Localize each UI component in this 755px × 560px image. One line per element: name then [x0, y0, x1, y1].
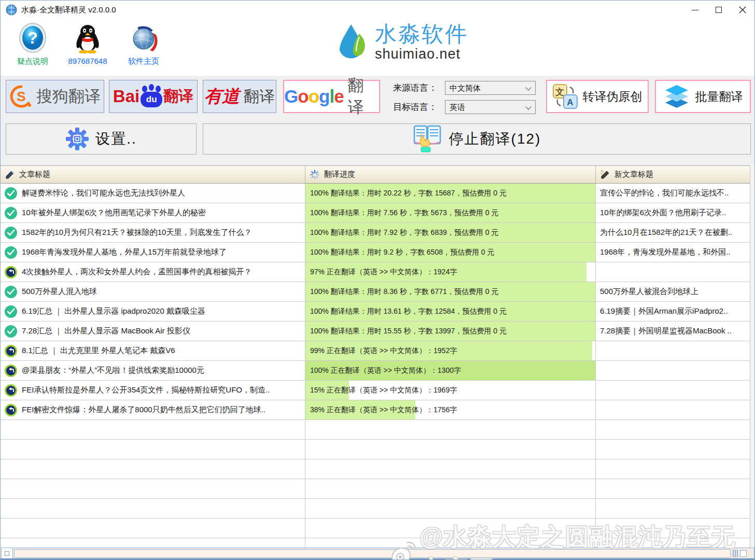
scroll-right-button[interactable]	[740, 550, 747, 557]
gear-icon	[65, 127, 89, 151]
scrollbar-thumb[interactable]	[14, 549, 731, 558]
target-language-value: 英语	[450, 103, 465, 111]
table-row[interactable]: 8.1汇总 ｜ 出尤克里里 外星人笔记本 戴森V6 99% 正在翻译（英语 >>…	[1, 341, 751, 361]
rewrite-pseudo-original-button[interactable]: 文 A 转译伪原创	[546, 80, 649, 113]
progress-text: 100% 翻译结果：用时 8.36 秒，字数 6771，预估费用 0 元	[305, 282, 498, 301]
qq-number-label: 897687648	[62, 57, 114, 65]
status-done-icon	[5, 246, 17, 259]
table-row[interactable]: @渠县朋友：“外星人”不见啦！提供线索奖励10000元 100% 正在翻译（英语…	[1, 361, 751, 381]
table-header: 文章标题 翻译进度 新文章标题	[1, 166, 751, 184]
table-row[interactable]: 500万外星人混入地球 100% 翻译结果：用时 8.36 秒，字数 6771，…	[1, 282, 751, 302]
youdao-translate-button[interactable]: 有道 翻译	[203, 80, 276, 113]
status-progress-icon	[5, 384, 17, 397]
app-window: 水淼·全文翻译精灵 v2.0.0.0 ? 疑点说明	[0, 0, 755, 560]
window-title: 水淼·全文翻译精灵 v2.0.0.0	[21, 5, 116, 15]
progress-text: 100% 正在翻译（英语 >> 中文简体）：1300字	[305, 361, 461, 380]
globe-icon	[128, 22, 159, 53]
row-title: @渠县朋友：“外星人”不见啦！提供线索奖励10000元	[22, 366, 204, 375]
column-header-title[interactable]: 文章标题	[1, 166, 305, 183]
horizontal-scrollbar[interactable]	[1, 548, 754, 559]
status-done-icon	[5, 286, 17, 298]
control-panel: S 搜狗翻译 Bai du 翻译 有道 翻译 Google 翻译 来源语言： 中…	[1, 76, 754, 165]
google-suffix: 翻译	[348, 75, 379, 118]
help-button[interactable]: ? 疑点说明	[7, 22, 59, 66]
empty-row[interactable]	[1, 440, 751, 459]
row-title: 8.1汇总 ｜ 出尤克里里 外星人笔记本 戴森V6	[22, 346, 175, 356]
close-button[interactable]	[731, 1, 754, 19]
status-done-icon	[5, 187, 17, 200]
row-title: 6.19汇总 ｜ 出外星人显示器 ipadpro2020 戴森吸尘器	[22, 306, 205, 316]
spinner-icon	[310, 170, 320, 180]
status-progress-icon	[5, 404, 17, 416]
empty-row[interactable]	[1, 519, 751, 538]
status-progress-icon	[5, 345, 17, 357]
table-row[interactable]: 6.19汇总 ｜ 出外星人显示器 ipadpro2020 戴森吸尘器 100% …	[1, 302, 751, 321]
baidu-paw-icon: du	[141, 86, 162, 107]
scrollbar-grip	[733, 550, 738, 557]
row-new-title: 500万外星人被混合到地球上	[600, 287, 698, 297]
baidu-suffix: 翻译	[163, 86, 193, 107]
title-bar: 水淼·全文翻译精灵 v2.0.0.0	[1, 1, 754, 19]
table-row[interactable]: 解谜费米悖论，我们可能永远也无法找到外星人 100% 翻译结果：用时 20.22…	[1, 184, 751, 203]
column-header-new-title[interactable]: 新文章标题	[596, 166, 751, 183]
vertical-scrollbar[interactable]	[750, 165, 754, 548]
row-title: 4次接触外星人，两次和女外星人约会，孟照国事件的真相被揭开？	[22, 267, 251, 277]
scroll-left-icon	[5, 551, 9, 556]
scroll-left-button[interactable]	[2, 548, 13, 559]
stop-translate-button[interactable]: 停止翻译(12)	[203, 123, 751, 155]
table-row[interactable]: 10年被外星人绑架6次？他用画笔记录下外星人的秘密 100% 翻译结果：用时 7…	[1, 203, 751, 223]
youdao-brand: 有道	[204, 85, 240, 108]
status-done-icon	[5, 325, 17, 338]
empty-row[interactable]	[1, 459, 751, 479]
table-row[interactable]: FEI承认特斯拉是外星人？公开354页文件，揭秘特斯拉研究UFO，制造.. 15…	[1, 381, 751, 400]
progress-text: 99% 正在翻译（英语 >> 中文简体）：1952字	[305, 341, 457, 360]
empty-row[interactable]	[1, 420, 751, 440]
brand-logo: 水淼软件 shuimiao.net	[339, 22, 468, 62]
progress-text: 15% 正在翻译（英语 >> 中文简体）：1969字	[305, 381, 457, 400]
row-new-title: 宣传公平的悖论，我们可能永远找不..	[600, 188, 729, 198]
source-language-value: 中文简体	[450, 83, 481, 92]
minimize-icon	[692, 10, 698, 10]
target-language-select[interactable]: 英语	[445, 100, 536, 114]
batch-translate-button[interactable]: 批量翻译	[655, 80, 751, 113]
table-row[interactable]: 7.28汇总 ｜ 出外星人显示器 MacBook Air 投影仪 100% 翻译…	[1, 321, 751, 341]
help-label: 疑点说明	[7, 57, 59, 66]
chevron-down-icon	[525, 104, 531, 109]
progress-text: 100% 翻译结果：用时 13.61 秒，字数 12584，预估费用 0 元	[305, 302, 507, 321]
chevron-down-icon	[525, 85, 531, 90]
translate-pair-icon: 文 A	[553, 84, 578, 109]
settings-label: 设置..	[95, 129, 137, 149]
table-row[interactable]: FEI解密文件惊爆：外星人屠杀了8000只奶牛然后又把它们扔回了地球.. 38%…	[1, 400, 751, 420]
row-title: FEI解密文件惊爆：外星人屠杀了8000只奶牛然后又把它们扔回了地球..	[22, 405, 265, 415]
empty-row[interactable]	[1, 538, 751, 548]
empty-row[interactable]	[1, 499, 751, 519]
question-icon: ?	[17, 22, 48, 53]
status-progress-icon	[5, 365, 17, 377]
minimize-button[interactable]	[683, 1, 707, 19]
settings-button[interactable]: 设置..	[6, 123, 197, 155]
maximize-button[interactable]	[707, 1, 731, 19]
row-title: 1968年青海发现外星人基地，外星人15万年前就登录地球了	[22, 247, 227, 257]
baidu-translate-button[interactable]: Bai du 翻译	[109, 80, 198, 113]
source-language-select[interactable]: 中文简体	[445, 81, 536, 95]
qq-contact-button[interactable]: 897687648	[62, 22, 114, 65]
row-new-title: 为什么10月在1582年的21天？在被删..	[600, 228, 732, 237]
progress-text: 100% 翻译结果：用时 9.2 秒，字数 6508，预估费用 0 元	[305, 243, 495, 262]
progress-text: 100% 翻译结果：用时 7.92 秒，字数 6839，预估费用 0 元	[305, 223, 498, 242]
empty-row[interactable]	[1, 479, 751, 499]
sogou-icon: S	[9, 85, 33, 108]
column-header-progress[interactable]: 翻译进度	[305, 166, 596, 183]
table-row[interactable]: 1968年青海发现外星人基地，外星人15万年前就登录地球了 100% 翻译结果：…	[1, 243, 751, 262]
table-row[interactable]: 4次接触外星人，两次和女外星人约会，孟照国事件的真相被揭开？ 97% 正在翻译（…	[1, 262, 751, 282]
row-title: 10年被外星人绑架6次？他用画笔记录下外星人的秘密	[22, 208, 206, 218]
status-done-icon	[5, 207, 17, 219]
homepage-button[interactable]: 软件主页	[118, 22, 170, 66]
row-title: FEI承认特斯拉是外星人？公开354页文件，揭秘特斯拉研究UFO，制造..	[22, 385, 270, 395]
sogou-translate-button[interactable]: S 搜狗翻译	[6, 80, 104, 113]
qq-penguin-icon	[72, 22, 103, 53]
close-icon	[739, 6, 746, 13]
google-translate-button[interactable]: Google 翻译	[283, 80, 380, 113]
row-new-title: 1968年，青海发现外星基地，和外国..	[600, 247, 731, 257]
table-row[interactable]: 1582年的10月为何只有21天？被抹除的10天里，到底发生了什么？ 100% …	[1, 223, 751, 243]
language-selectors: 来源语言： 中文简体 目标语言： 英语	[393, 80, 536, 118]
